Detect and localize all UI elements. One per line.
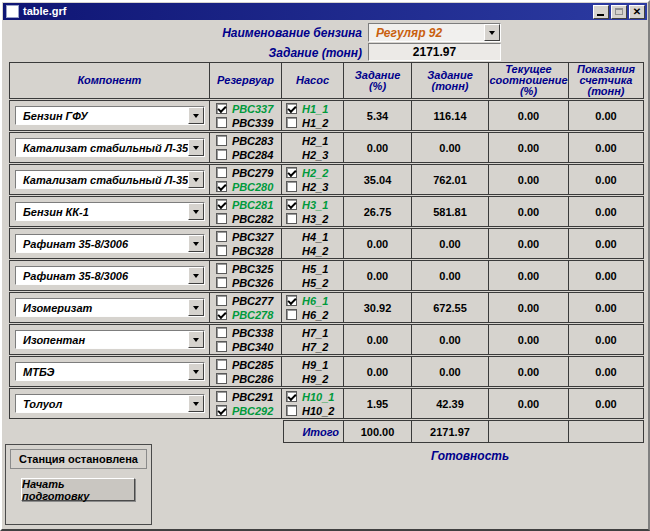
title-bar[interactable]: table.grf ✕ bbox=[3, 3, 647, 20]
current-ratio-value: 0.00 bbox=[489, 325, 569, 354]
pump-checkbox[interactable] bbox=[286, 199, 297, 210]
tank-checkbox[interactable] bbox=[216, 327, 227, 338]
chevron-down-icon[interactable] bbox=[484, 24, 500, 41]
task-tons-value: 762.01 bbox=[412, 165, 489, 194]
tank-checkbox[interactable] bbox=[216, 263, 227, 274]
component-select[interactable]: Бензин КК-1 bbox=[15, 202, 205, 221]
counter-value: 0.00 bbox=[569, 293, 643, 322]
tank-checkbox[interactable] bbox=[216, 213, 227, 224]
counter-value: 0.00 bbox=[569, 101, 643, 130]
component-select[interactable]: Катализат стабильный Л-35-11/300 bbox=[15, 170, 205, 189]
chevron-down-icon[interactable] bbox=[188, 299, 204, 316]
tank-label: РВС291 bbox=[232, 391, 273, 403]
component-select[interactable]: Рафинат 35-8/3006 bbox=[15, 266, 205, 285]
chevron-down-icon[interactable] bbox=[188, 203, 204, 220]
tank-checkbox[interactable] bbox=[216, 149, 227, 160]
component-select[interactable]: Толуол bbox=[15, 394, 205, 413]
tank-label: РВС277 bbox=[232, 295, 273, 307]
pump-label: Н7_1 bbox=[302, 327, 328, 339]
pump-checkbox[interactable] bbox=[286, 181, 297, 192]
component-cell: МТБЭ bbox=[10, 357, 210, 386]
pump-cell: Н6_1Н6_2 bbox=[282, 293, 344, 322]
tank-checkbox[interactable] bbox=[216, 373, 227, 384]
tank-label: РВС278 bbox=[232, 309, 273, 321]
tank-checkbox[interactable] bbox=[216, 359, 227, 370]
checkbox-spacer bbox=[286, 245, 297, 256]
components-table: Компонент Резервуар Насос Задание (%) За… bbox=[9, 62, 644, 443]
pump-label: Н9_1 bbox=[302, 359, 328, 371]
tank-checkbox[interactable] bbox=[216, 405, 227, 416]
current-ratio-value: 0.00 bbox=[489, 101, 569, 130]
pump-checkbox[interactable] bbox=[286, 391, 297, 402]
tank-checkbox[interactable] bbox=[216, 103, 227, 114]
component-select[interactable]: Изопентан bbox=[15, 330, 205, 349]
component-cell: Бензин КК-1 bbox=[10, 197, 210, 226]
maximize-button[interactable] bbox=[611, 5, 627, 19]
component-select[interactable]: Рафинат 35-8/3006 bbox=[15, 234, 205, 253]
pump-checkbox[interactable] bbox=[286, 405, 297, 416]
tank-checkbox[interactable] bbox=[216, 309, 227, 320]
pump-checkbox[interactable] bbox=[286, 167, 297, 178]
pump-cell: Н9_1Н9_2 bbox=[282, 357, 344, 386]
app-icon bbox=[6, 5, 19, 18]
pump-checkbox[interactable] bbox=[286, 117, 297, 128]
total-task-pct: 100.00 bbox=[344, 421, 412, 442]
component-value: Катализат стабильный Л-35-11/300 bbox=[16, 174, 188, 186]
task-pct-value: 26.75 bbox=[344, 197, 412, 226]
tank-checkbox[interactable] bbox=[216, 391, 227, 402]
counter-value: 0.00 bbox=[569, 261, 643, 290]
component-select[interactable]: Катализат стабильный Л-35-6/600 bbox=[15, 138, 205, 157]
component-value: Катализат стабильный Л-35-6/600 bbox=[16, 142, 188, 154]
chevron-down-icon[interactable] bbox=[188, 363, 204, 380]
tank-checkbox[interactable] bbox=[216, 231, 227, 242]
pump-checkbox[interactable] bbox=[286, 213, 297, 224]
pump-label: Н4_2 bbox=[302, 245, 328, 257]
chevron-down-icon[interactable] bbox=[188, 267, 204, 284]
column-header-current-ratio: Текущее соотношение (%) bbox=[489, 63, 569, 98]
tank-label: РВС285 bbox=[232, 359, 273, 371]
task-tons-value: 42.39 bbox=[412, 389, 489, 418]
tank-checkbox[interactable] bbox=[216, 245, 227, 256]
pump-checkbox[interactable] bbox=[286, 295, 297, 306]
tank-label: РВС325 bbox=[232, 263, 273, 275]
pump-label: Н6_2 bbox=[302, 309, 328, 321]
task-pct-value: 0.00 bbox=[344, 133, 412, 162]
pump-label: Н1_2 bbox=[302, 117, 328, 129]
station-control-group: Станция остановлена Начать подготовку bbox=[5, 444, 152, 525]
task-tons-label: Задание (тонн) bbox=[62, 46, 362, 60]
tank-cell: РВС325РВС326 bbox=[210, 261, 282, 290]
chevron-down-icon[interactable] bbox=[188, 331, 204, 348]
chevron-down-icon[interactable] bbox=[188, 235, 204, 252]
close-button[interactable]: ✕ bbox=[629, 5, 645, 19]
tank-checkbox[interactable] bbox=[216, 135, 227, 146]
chevron-down-icon[interactable] bbox=[188, 107, 204, 124]
tank-checkbox[interactable] bbox=[216, 341, 227, 352]
start-preparation-button[interactable]: Начать подготовку bbox=[21, 478, 135, 501]
gasoline-name-select[interactable]: Регуляр 92 bbox=[368, 23, 501, 42]
tank-checkbox[interactable] bbox=[216, 199, 227, 210]
tank-label: РВС292 bbox=[232, 405, 273, 417]
tank-checkbox[interactable] bbox=[216, 181, 227, 192]
minimize-button[interactable] bbox=[593, 5, 609, 19]
tank-checkbox[interactable] bbox=[216, 167, 227, 178]
total-counter bbox=[569, 421, 643, 442]
tank-checkbox[interactable] bbox=[216, 117, 227, 128]
task-pct-value: 1.95 bbox=[344, 389, 412, 418]
chevron-down-icon[interactable] bbox=[188, 139, 204, 156]
maximize-icon bbox=[615, 8, 623, 15]
pump-checkbox[interactable] bbox=[286, 103, 297, 114]
tank-checkbox[interactable] bbox=[216, 295, 227, 306]
tank-checkbox[interactable] bbox=[216, 277, 227, 288]
checkbox-spacer bbox=[286, 359, 297, 370]
chevron-down-icon[interactable] bbox=[188, 395, 204, 412]
component-select[interactable]: МТБЭ bbox=[15, 362, 205, 381]
component-select[interactable]: Бензин ГФУ bbox=[15, 106, 205, 125]
tank-label: РВС279 bbox=[232, 167, 273, 179]
component-value: Бензин КК-1 bbox=[16, 206, 188, 218]
pump-label: Н2_2 bbox=[302, 167, 328, 179]
pump-label: Н6_1 bbox=[302, 295, 328, 307]
pump-checkbox[interactable] bbox=[286, 309, 297, 320]
task-tons-value: 116.14 bbox=[412, 101, 489, 130]
component-select[interactable]: Изомеризат bbox=[15, 298, 205, 317]
chevron-down-icon[interactable] bbox=[188, 171, 204, 188]
